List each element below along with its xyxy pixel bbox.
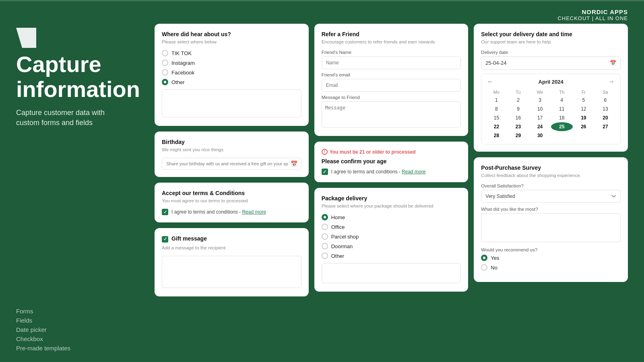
cal-day[interactable]: 15 — [485, 113, 507, 122]
cal-day[interactable]: 18 — [551, 113, 573, 122]
satisfaction-select[interactable]: Very Satisfied — [481, 190, 621, 203]
delivery-date-subtitle: Our support team are here to help — [481, 39, 621, 45]
error-icon: ! — [322, 149, 328, 155]
cal-day[interactable]: 22 — [485, 122, 507, 131]
brand: NORDIC APPS CHECKOUT | ALL IN ONE — [557, 8, 628, 21]
recommend-options: Yes No — [481, 255, 621, 271]
card-where-heard: Where did hear about us? Please select w… — [155, 24, 309, 126]
radio-tiktok[interactable] — [162, 50, 168, 56]
card-refer-friend: Refer a Friend Encourage customers to re… — [314, 24, 469, 136]
delivery-date-title: Select your delivery date and time — [481, 31, 621, 37]
option-home[interactable]: Home — [322, 214, 461, 220]
friend-email-input[interactable] — [322, 79, 461, 92]
cal-day[interactable]: 6 — [594, 96, 616, 105]
option-other[interactable]: Other — [162, 79, 301, 85]
cal-day[interactable]: 26 — [573, 122, 594, 131]
cal-day-th: Th — [551, 88, 573, 96]
option-instagram[interactable]: Instagram — [162, 60, 301, 66]
terms-checkbox-row[interactable]: I agree to terms and conditions - Read m… — [162, 209, 301, 215]
cal-day[interactable]: 12 — [573, 105, 594, 113]
option-doorman[interactable]: Doorman — [322, 243, 461, 249]
radio-no[interactable] — [481, 264, 487, 271]
radio-yes[interactable] — [481, 255, 487, 261]
cal-day[interactable]: 19 — [573, 113, 594, 122]
refer-title: Refer a Friend — [322, 31, 461, 37]
cal-day[interactable]: 30 — [529, 131, 551, 140]
gift-checkbox[interactable] — [162, 236, 168, 243]
prev-month-button[interactable]: ← — [485, 78, 495, 85]
card-package-delivery: Package delivery Please select where you… — [314, 188, 469, 292]
option-no[interactable]: No — [481, 264, 621, 271]
cal-day[interactable]: 9 — [507, 105, 529, 113]
option-tiktok[interactable]: TIK TOK — [162, 50, 301, 56]
where-heard-options: TIK TOK Instagram Facebook Other — [162, 50, 301, 85]
radio-office[interactable] — [322, 224, 328, 230]
cal-day[interactable] — [551, 131, 573, 140]
age-read-more[interactable]: Read more — [402, 169, 425, 175]
column-3: Select your delivery date and time Our s… — [474, 24, 628, 354]
cal-day[interactable]: 24 — [529, 122, 551, 131]
option-facebook-label: Facebook — [171, 70, 194, 76]
cal-day[interactable]: 11 — [551, 105, 573, 113]
option-parcel[interactable]: Parcel shop — [322, 233, 461, 240]
terms-read-more[interactable]: Read more — [242, 209, 266, 215]
card-age-verify: ! You must be 21 or older to processed P… — [314, 142, 469, 182]
cal-day[interactable]: 2 — [507, 96, 529, 105]
radio-home[interactable] — [322, 214, 328, 220]
radio-other-delivery[interactable] — [322, 253, 328, 259]
radio-other[interactable] — [162, 79, 168, 85]
delivery-date-input[interactable]: 25-04-24 📅 — [481, 56, 621, 70]
cal-day[interactable]: 8 — [485, 105, 507, 113]
cal-day[interactable]: 27 — [594, 122, 616, 131]
survey-title: Post-Purchase Survey — [481, 165, 621, 171]
cal-day[interactable]: 28 — [485, 131, 507, 140]
cal-day[interactable]: 16 — [507, 113, 529, 122]
option-yes[interactable]: Yes — [481, 255, 621, 261]
delivery-note-input[interactable] — [322, 263, 461, 283]
radio-doorman[interactable] — [322, 243, 328, 249]
radio-instagram[interactable] — [162, 60, 168, 66]
option-doorman-label: Doorman — [331, 243, 353, 249]
cal-day[interactable]: 17 — [529, 113, 551, 122]
cal-day[interactable]: 25 — [551, 122, 573, 131]
gift-subtitle: Add a message to the recipient — [162, 245, 301, 251]
calendar: ← April 2024 → Mo Tu We Th Fr — [481, 74, 621, 144]
feedback-input[interactable] — [481, 213, 621, 242]
option-facebook[interactable]: Facebook — [162, 69, 301, 76]
cal-day-we: We — [529, 88, 551, 96]
where-heard-text-input[interactable] — [162, 89, 301, 117]
terms-checkbox[interactable] — [162, 209, 168, 215]
next-month-button[interactable]: → — [607, 78, 616, 85]
option-parcel-label: Parcel shop — [331, 234, 359, 240]
date-label: Delivery date — [481, 50, 621, 55]
cal-day[interactable] — [594, 131, 616, 140]
main-layout: Capture information Capture customer dat… — [0, 24, 644, 362]
gift-message-input[interactable] — [162, 256, 301, 288]
column-1: Where did hear about us? Please select w… — [155, 24, 309, 354]
cal-day[interactable]: 5 — [573, 96, 594, 105]
cal-day[interactable]: 20 — [594, 113, 616, 122]
cal-day[interactable]: 23 — [507, 122, 529, 131]
radio-facebook[interactable] — [162, 69, 168, 76]
birthday-input[interactable] — [162, 158, 301, 170]
cal-day[interactable]: 13 — [594, 105, 616, 113]
cal-day[interactable]: 10 — [529, 105, 551, 113]
birthday-subtitle: We might sent you nice things — [162, 146, 301, 153]
option-other-label: Other — [171, 79, 185, 85]
feedback-label: What did you like the most? — [481, 207, 621, 212]
cal-day[interactable]: 3 — [529, 96, 551, 105]
option-home-label: Home — [331, 214, 345, 220]
feature-templates: Pre-made templates — [16, 345, 145, 352]
friend-name-input[interactable] — [322, 56, 461, 69]
option-office[interactable]: Office — [322, 224, 461, 230]
cal-day[interactable]: 1 — [485, 96, 507, 105]
radio-parcel[interactable] — [322, 233, 328, 240]
cal-day-mo: Mo — [485, 88, 507, 96]
friend-message-input[interactable] — [322, 101, 461, 128]
cal-day[interactable] — [573, 131, 594, 140]
cal-day[interactable]: 4 — [551, 96, 573, 105]
age-checkbox[interactable] — [322, 169, 328, 175]
cal-day[interactable]: 29 — [507, 131, 529, 140]
calendar-icon: 📅 — [610, 60, 616, 66]
option-other-delivery[interactable]: Other — [322, 253, 461, 259]
